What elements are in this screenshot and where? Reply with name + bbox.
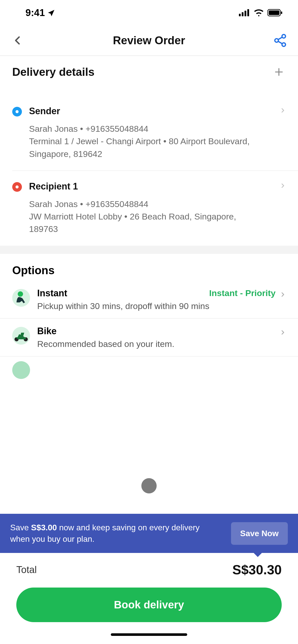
option-instant-name: Instant bbox=[37, 288, 67, 299]
promo-banner: Save S$3.00 now and keep saving on every… bbox=[0, 514, 298, 553]
plus-icon bbox=[274, 67, 284, 77]
promo-text: Save S$3.00 now and keep saving on every… bbox=[10, 522, 209, 545]
svg-rect-1 bbox=[242, 12, 243, 16]
recipient-contact: Sarah Jonas • +916355048844 bbox=[29, 198, 258, 210]
checkout-footer: Total S$30.30 Book delivery bbox=[0, 553, 298, 644]
nav-bar: Review Order bbox=[0, 25, 298, 56]
share-icon bbox=[273, 33, 287, 48]
option-next-icon bbox=[12, 361, 30, 379]
option-instant-desc: Pickup within 30 mins, dropoff within 90… bbox=[37, 301, 286, 311]
svg-point-7 bbox=[282, 35, 286, 38]
svg-point-15 bbox=[18, 291, 23, 297]
delivery-details-section: Delivery details Sender Sarah Jonas • +9… bbox=[0, 56, 298, 246]
promo-prefix: Save bbox=[10, 523, 31, 532]
recipient-row[interactable]: Recipient 1 Sarah Jonas • +916355048844 … bbox=[12, 170, 298, 246]
chevron-right-icon bbox=[280, 106, 286, 116]
promo-amount: S$3.00 bbox=[31, 523, 57, 532]
option-vehicle-name: Bike bbox=[37, 326, 57, 336]
sender-contact: Sarah Jonas • +916355048844 bbox=[29, 123, 258, 135]
cellular-icon bbox=[239, 9, 250, 16]
chevron-right-icon bbox=[280, 290, 286, 300]
rider-icon bbox=[12, 289, 30, 307]
status-time: 9:41 bbox=[25, 7, 45, 18]
add-stop-button[interactable] bbox=[272, 65, 286, 79]
sender-bullet-icon bbox=[12, 107, 22, 116]
chevron-right-icon bbox=[280, 181, 286, 191]
total-value: S$30.30 bbox=[232, 562, 282, 577]
options-section: Options Instant Instant - Priority Picku… bbox=[0, 254, 298, 379]
page-title: Review Order bbox=[113, 34, 185, 47]
book-delivery-button[interactable]: Book delivery bbox=[16, 588, 282, 622]
sender-label: Sender bbox=[29, 106, 286, 116]
option-vehicle[interactable]: Bike Recommended based on your item. bbox=[0, 319, 298, 357]
svg-rect-5 bbox=[269, 10, 279, 15]
svg-rect-6 bbox=[281, 11, 282, 14]
delivery-details-title: Delivery details bbox=[12, 66, 94, 78]
chevron-left-icon bbox=[13, 34, 23, 47]
total-label: Total bbox=[16, 564, 37, 575]
share-button[interactable] bbox=[273, 33, 288, 48]
back-button[interactable] bbox=[10, 33, 25, 48]
svg-rect-0 bbox=[239, 14, 241, 16]
options-title: Options bbox=[0, 254, 298, 281]
recipient-address: JW Marriott Hotel Lobby • 26 Beach Road,… bbox=[29, 210, 258, 236]
save-now-button[interactable]: Save Now bbox=[231, 522, 288, 545]
sender-address: Terminal 1 / Jewel - Changi Airport • 80… bbox=[29, 135, 258, 160]
svg-line-10 bbox=[278, 37, 282, 39]
svg-line-11 bbox=[278, 41, 282, 44]
wifi-icon bbox=[254, 9, 264, 17]
status-indicators bbox=[239, 9, 283, 17]
recipient-label: Recipient 1 bbox=[29, 181, 286, 192]
recipient-bullet-icon bbox=[12, 182, 22, 192]
location-arrow-icon bbox=[47, 9, 55, 17]
svg-rect-3 bbox=[247, 9, 249, 16]
home-indicator bbox=[111, 633, 187, 636]
option-vehicle-desc: Recommended based on your item. bbox=[37, 339, 286, 349]
option-instant[interactable]: Instant Instant - Priority Pickup within… bbox=[0, 281, 298, 319]
svg-rect-2 bbox=[245, 11, 246, 16]
sender-row[interactable]: Sender Sarah Jonas • +916355048844 Termi… bbox=[0, 96, 298, 170]
status-time-group: 9:41 bbox=[25, 7, 55, 18]
bike-icon bbox=[12, 327, 30, 345]
option-instant-tag: Instant - Priority bbox=[209, 288, 276, 298]
svg-point-9 bbox=[282, 43, 286, 46]
chevron-right-icon bbox=[280, 328, 286, 338]
svg-point-8 bbox=[275, 39, 278, 42]
status-bar: 9:41 bbox=[0, 0, 298, 25]
battery-icon bbox=[267, 9, 283, 17]
